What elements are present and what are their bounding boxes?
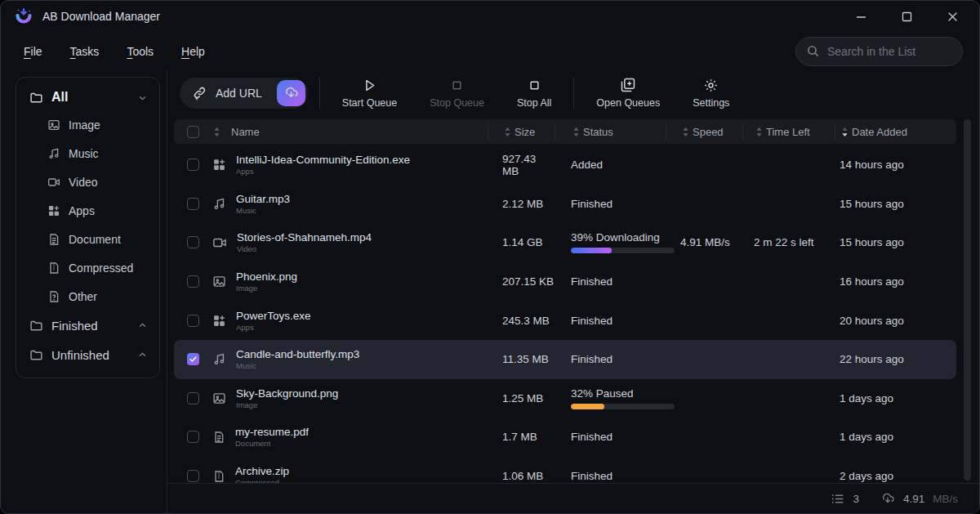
row-checkbox[interactable] xyxy=(187,159,199,171)
sidebar-item-document[interactable]: Document xyxy=(41,225,153,253)
total-speed-unit: MB/s xyxy=(933,493,958,505)
status-text: Added xyxy=(571,159,666,171)
file-category: Video xyxy=(237,244,372,253)
chevron-down-icon xyxy=(137,92,148,103)
table-row[interactable]: Sky-Background.png Image 1.25 MB 32% Pau… xyxy=(174,379,956,418)
image-icon xyxy=(47,118,60,132)
maximize-button[interactable] xyxy=(898,7,915,25)
file-size: 207.15 KB xyxy=(488,275,555,288)
column-header-status[interactable]: Status xyxy=(555,123,666,140)
stop-icon xyxy=(449,78,465,93)
status-text: Finished xyxy=(571,353,666,365)
vertical-scrollbar[interactable] xyxy=(964,119,971,480)
column-header-date-added[interactable]: Date Added xyxy=(835,123,929,140)
file-name: IntelliJ-Idea-Community-Edition.exe xyxy=(236,154,410,166)
date-added: 14 hours ago xyxy=(835,159,929,171)
cloud-download-icon xyxy=(880,491,895,506)
stop-all-button[interactable]: Stop All xyxy=(506,78,562,109)
chevron-up-icon xyxy=(137,320,148,331)
row-checkbox[interactable] xyxy=(187,470,199,482)
row-checkbox[interactable] xyxy=(187,275,199,288)
file-size: 927.43 MB xyxy=(488,153,555,177)
open-queues-button[interactable]: Open Queues xyxy=(586,77,670,109)
row-checkbox[interactable] xyxy=(187,353,199,365)
menu-item-tasks[interactable]: Tasks xyxy=(70,45,100,58)
sidebar-item-image[interactable]: Image xyxy=(41,110,153,139)
apps-icon xyxy=(212,314,226,328)
apps-icon xyxy=(212,158,226,172)
file-size: 1.06 MB xyxy=(488,470,555,482)
status-text: Finished xyxy=(571,198,666,210)
sidebar-item-video[interactable]: Video xyxy=(41,168,153,196)
row-checkbox[interactable] xyxy=(187,315,199,327)
select-all-checkbox[interactable] xyxy=(187,126,199,138)
table-row[interactable]: Archive.zip Compressed 1.06 MB Finished … xyxy=(174,457,956,483)
document-icon xyxy=(212,431,225,444)
total-speed: 4.91 xyxy=(903,493,924,505)
stop-queue-button[interactable]: Stop Queue xyxy=(419,78,495,109)
sidebar-item-other[interactable]: Other xyxy=(41,282,153,311)
date-added: 2 days ago xyxy=(835,470,929,482)
file-size: 245.3 MB xyxy=(488,315,555,327)
column-header-time-left[interactable]: Time Left xyxy=(742,123,835,140)
date-added: 15 hours ago xyxy=(835,198,929,210)
progress-bar xyxy=(571,404,675,409)
close-button[interactable] xyxy=(943,7,961,25)
row-checkbox[interactable] xyxy=(187,198,199,210)
cloud-download-icon xyxy=(283,85,299,101)
table-row[interactable]: Candle-and-butterfly.mp3 Music 11.35 MB … xyxy=(174,340,956,379)
row-checkbox[interactable] xyxy=(187,392,199,404)
menu-item-tools[interactable]: Tools xyxy=(127,45,154,58)
table-row[interactable]: PowerToys.exe Apps 245.3 MB Finished 20 … xyxy=(174,301,956,340)
sidebar-item-finished[interactable]: Finished xyxy=(23,311,153,340)
video-icon xyxy=(212,235,227,250)
minimize-button[interactable] xyxy=(852,7,870,25)
status-text: 39% Downloading xyxy=(571,231,666,244)
status-text: Finished xyxy=(571,315,666,327)
sidebar-item-compressed[interactable]: Compressed xyxy=(41,253,153,282)
status-text: 32% Paused xyxy=(571,387,666,400)
date-added: 20 hours ago xyxy=(835,315,929,327)
sort-icon xyxy=(503,127,512,137)
sort-icon xyxy=(681,127,690,137)
table-row[interactable]: Stories-of-Shahnameh.mp4 Video 1.14 GB 3… xyxy=(174,223,956,262)
music-icon xyxy=(212,352,226,366)
sidebar-item-apps[interactable]: Apps xyxy=(41,196,153,225)
list-icon xyxy=(831,492,844,506)
table-row[interactable]: Guitar.mp3 Music 2.12 MB Finished 15 hou… xyxy=(174,185,956,224)
table-row[interactable]: my-resume.pdf Document 1.7 MB Finished 1… xyxy=(174,418,956,457)
start-queue-button[interactable]: Start Queue xyxy=(332,78,408,109)
zip-icon xyxy=(212,470,225,483)
row-checkbox[interactable] xyxy=(187,236,199,248)
row-checkbox[interactable] xyxy=(187,431,199,443)
date-added: 22 hours ago xyxy=(835,353,929,365)
table-row[interactable]: Phoenix.png Image 207.15 KB Finished 16 … xyxy=(174,262,956,302)
table-row[interactable]: IntelliJ-Idea-Community-Edition.exe Apps… xyxy=(174,145,956,185)
image-icon xyxy=(212,391,226,405)
menu-bar: File Tasks Tools Help Search in the List xyxy=(1,32,979,70)
status-bar: 3 4.91 MB/s xyxy=(167,483,979,513)
status-text: Finished xyxy=(571,470,666,482)
column-header-size[interactable]: Size xyxy=(488,123,555,140)
search-input[interactable]: Search in the List xyxy=(795,37,963,66)
sidebar-item-all[interactable]: All xyxy=(23,84,153,110)
date-added: 1 days ago xyxy=(835,431,929,443)
other-file-icon xyxy=(47,290,60,303)
sidebar-item-unfinished[interactable]: Unfinished xyxy=(23,340,153,369)
sidebar-item-music[interactable]: Music xyxy=(41,139,153,168)
status-text: Finished xyxy=(571,431,666,443)
scrollbar-thumb[interactable] xyxy=(964,119,971,480)
quick-download-button[interactable] xyxy=(277,80,305,106)
menu-item-file[interactable]: File xyxy=(24,45,42,58)
file-name: PowerToys.exe xyxy=(236,310,311,322)
sidebar: All Image Music Video xyxy=(1,70,167,513)
add-url-button[interactable]: Add URL xyxy=(180,78,308,109)
main-area: Add URL Start Queue Stop Queue Stop All xyxy=(167,70,979,513)
settings-button[interactable]: Settings xyxy=(682,78,740,109)
file-size: 2.12 MB xyxy=(488,198,555,210)
toolbar: Add URL Start Queue Stop Queue Stop All xyxy=(167,70,979,115)
menu-item-help[interactable]: Help xyxy=(181,45,205,58)
column-header-speed[interactable]: Speed xyxy=(666,123,742,140)
file-size: 1.25 MB xyxy=(488,392,555,404)
column-header-name[interactable]: Name xyxy=(210,126,488,138)
